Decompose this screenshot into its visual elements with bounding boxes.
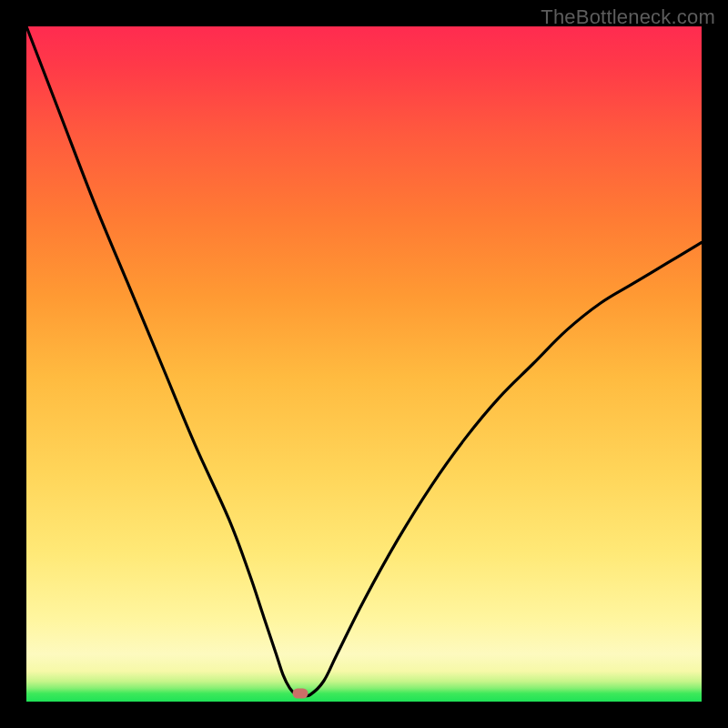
bottleneck-curve — [26, 26, 702, 702]
optimal-marker — [292, 689, 308, 699]
chart-frame: TheBottleneck.com — [0, 0, 728, 728]
plot-area — [26, 26, 702, 702]
